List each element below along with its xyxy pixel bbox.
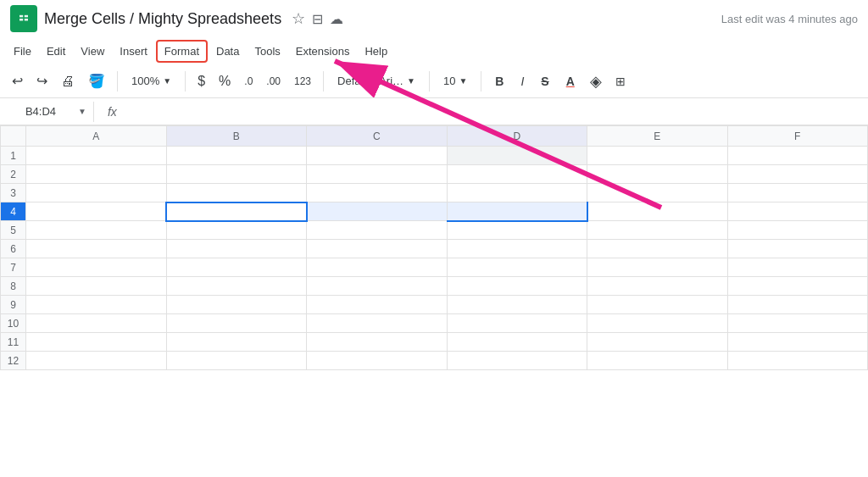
percent-button[interactable]: %: [214, 70, 236, 92]
cell-b3[interactable]: [166, 184, 307, 202]
cell-f7[interactable]: [727, 258, 868, 277]
format-123-button[interactable]: 123: [289, 72, 316, 91]
cell-e12[interactable]: [587, 352, 728, 370]
col-header-a[interactable]: A: [26, 126, 167, 147]
cell-a2[interactable]: [26, 165, 167, 184]
cell-a6[interactable]: [26, 240, 167, 258]
menu-data[interactable]: Data: [209, 42, 246, 61]
drive-icon[interactable]: ⊟: [312, 11, 323, 27]
cell-c8[interactable]: [307, 277, 448, 296]
cell-e5[interactable]: [587, 221, 728, 240]
fill-color-button[interactable]: ◈: [585, 69, 607, 94]
cell-e1[interactable]: [587, 147, 728, 165]
cell-b1[interactable]: [166, 147, 307, 165]
cell-f12[interactable]: [727, 352, 868, 370]
bold-button[interactable]: B: [488, 71, 510, 92]
cell-d3[interactable]: [447, 184, 587, 202]
cell-a9[interactable]: [26, 296, 167, 314]
cell-b11[interactable]: [166, 333, 307, 352]
zoom-dropdown[interactable]: 100% ▼: [125, 71, 178, 91]
cell-f9[interactable]: [727, 296, 868, 314]
menu-format[interactable]: Format: [156, 40, 208, 63]
cell-d4[interactable]: [447, 202, 587, 221]
cell-f8[interactable]: [727, 277, 868, 296]
col-header-e[interactable]: E: [587, 126, 728, 147]
cell-c5[interactable]: [307, 221, 448, 240]
cell-a3[interactable]: [26, 184, 167, 202]
cell-d7[interactable]: [447, 258, 587, 277]
cell-b5[interactable]: [166, 221, 307, 240]
cell-b2[interactable]: [166, 165, 307, 184]
cloud-icon[interactable]: ☁: [330, 11, 343, 27]
cell-e11[interactable]: [587, 333, 728, 352]
cell-f2[interactable]: [727, 165, 868, 184]
cell-e2[interactable]: [587, 165, 728, 184]
decimal-more-button[interactable]: .00: [261, 72, 286, 91]
cell-c1[interactable]: [307, 147, 448, 165]
borders-button[interactable]: ⊞: [610, 71, 631, 92]
cell-d12[interactable]: [447, 352, 587, 370]
cell-f10[interactable]: [727, 314, 868, 333]
cell-a12[interactable]: [26, 352, 167, 370]
col-header-c[interactable]: C: [307, 126, 448, 147]
cell-b10[interactable]: [166, 314, 307, 333]
cell-a8[interactable]: [26, 277, 167, 296]
cell-a11[interactable]: [26, 333, 167, 352]
cell-b4[interactable]: [166, 202, 307, 221]
cell-f6[interactable]: [727, 240, 868, 258]
menu-insert[interactable]: Insert: [113, 42, 154, 61]
cell-a1[interactable]: [26, 147, 167, 165]
menu-tools[interactable]: Tools: [248, 42, 287, 61]
cell-a5[interactable]: [26, 221, 167, 240]
cell-f3[interactable]: [727, 184, 868, 202]
font-family-dropdown[interactable]: Default (Ari… ▼: [331, 71, 422, 91]
cell-c7[interactable]: [307, 258, 448, 277]
currency-button[interactable]: $: [192, 70, 210, 92]
col-header-f[interactable]: F: [727, 126, 868, 147]
menu-view[interactable]: View: [74, 42, 111, 61]
cell-d9[interactable]: [447, 296, 587, 314]
cell-e6[interactable]: [587, 240, 728, 258]
cell-e4[interactable]: [587, 202, 728, 221]
cell-f5[interactable]: [727, 221, 868, 240]
font-size-dropdown[interactable]: 10 ▼: [437, 71, 474, 91]
cell-d6[interactable]: [447, 240, 587, 258]
cell-c9[interactable]: [307, 296, 448, 314]
formula-input[interactable]: [127, 105, 861, 118]
cell-a4[interactable]: [26, 202, 167, 221]
cell-c6[interactable]: [307, 240, 448, 258]
cell-e7[interactable]: [587, 258, 728, 277]
paint-format-button[interactable]: 🪣: [83, 69, 110, 92]
cell-c4[interactable]: [307, 202, 448, 221]
cell-f11[interactable]: [727, 333, 868, 352]
menu-edit[interactable]: Edit: [40, 42, 72, 61]
col-header-d[interactable]: D: [447, 126, 587, 147]
cell-f4[interactable]: [727, 202, 868, 221]
cell-c10[interactable]: [307, 314, 448, 333]
cell-reference-input[interactable]: [7, 102, 75, 122]
cell-c2[interactable]: [307, 165, 448, 184]
star-icon[interactable]: ☆: [292, 9, 305, 28]
cell-e10[interactable]: [587, 314, 728, 333]
underline-button[interactable]: A: [559, 71, 581, 92]
cell-e9[interactable]: [587, 296, 728, 314]
cell-b7[interactable]: [166, 258, 307, 277]
cell-d5[interactable]: [447, 221, 587, 240]
cell-d10[interactable]: [447, 314, 587, 333]
cell-d1[interactable]: [447, 147, 587, 165]
cell-a10[interactable]: [26, 314, 167, 333]
cell-d2[interactable]: [447, 165, 587, 184]
cell-b6[interactable]: [166, 240, 307, 258]
italic-button[interactable]: I: [514, 71, 531, 92]
cell-c11[interactable]: [307, 333, 448, 352]
menu-extensions[interactable]: Extensions: [289, 42, 357, 61]
cell-d8[interactable]: [447, 277, 587, 296]
cell-b8[interactable]: [166, 277, 307, 296]
menu-help[interactable]: Help: [358, 42, 394, 61]
cell-a7[interactable]: [26, 258, 167, 277]
cell-c12[interactable]: [307, 352, 448, 370]
print-button[interactable]: 🖨: [56, 70, 80, 92]
cell-d11[interactable]: [447, 333, 587, 352]
col-header-b[interactable]: B: [166, 126, 307, 147]
cell-f1[interactable]: [727, 147, 868, 165]
